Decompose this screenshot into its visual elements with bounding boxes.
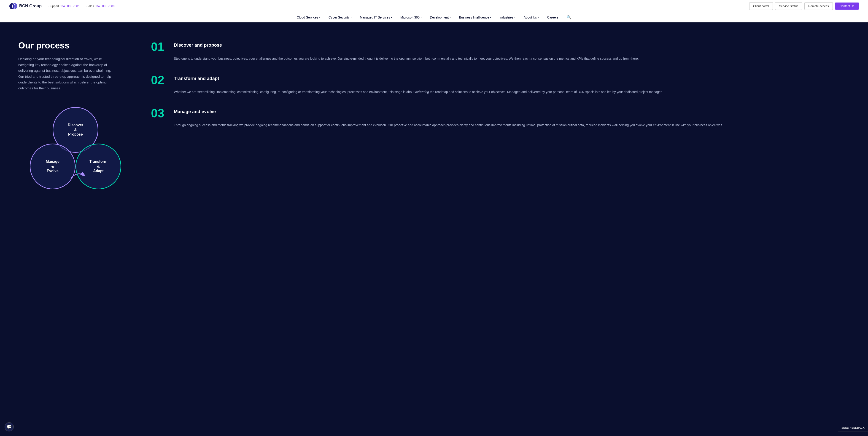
service-status-button[interactable]: Service Status [775, 2, 802, 10]
chevron-down-icon: ▾ [421, 16, 422, 19]
step-01-header: 01 Discover and propose [151, 41, 850, 53]
step-03-title: Manage and evolve [174, 107, 216, 114]
sales-info: Sales 0345 095 7000 [87, 4, 115, 8]
step-01-title: Discover and propose [174, 41, 222, 48]
nav-bar: Cloud Services ▾ Cyber Security ▾ Manage… [0, 12, 868, 23]
step-02-title: Transform and adapt [174, 74, 219, 81]
nav-label: Cyber Security [329, 15, 349, 19]
remote-access-button[interactable]: Remote access [804, 2, 833, 10]
logo-text: BCN Group [19, 4, 42, 8]
nav-label: About Us [524, 15, 537, 19]
logo-icon [9, 3, 18, 9]
nav-item-business-intelligence[interactable]: Business Intelligence ▾ [459, 15, 491, 19]
contact-us-button[interactable]: Contact Us [835, 2, 859, 10]
chevron-down-icon: ▾ [538, 16, 539, 19]
process-step-02: 02 Transform and adapt Whether we are st… [151, 74, 850, 95]
main-content: Our process Deciding on your technologic… [0, 23, 868, 214]
step-02-desc: Whether we are streamlining, implementin… [151, 89, 850, 95]
sales-phone[interactable]: 0345 095 7000 [95, 4, 115, 8]
chevron-down-icon: ▾ [350, 16, 352, 19]
nav-label: Industries [499, 15, 514, 19]
top-bar: BCN Group Support 0345 095 7001 Sales 03… [0, 0, 868, 12]
nav-item-cloud-services[interactable]: Cloud Services ▾ [297, 15, 320, 19]
chevron-down-icon: ▾ [391, 16, 392, 19]
nav-label: Microsoft 365 [400, 15, 420, 19]
step-01-desc: Step one is to understand your business,… [151, 56, 850, 62]
top-bar-left: BCN Group Support 0345 095 7001 Sales 03… [9, 3, 115, 9]
step-03-desc: Through ongoing success and metric track… [151, 122, 850, 128]
search-button[interactable]: 🔍 [567, 15, 571, 20]
search-icon: 🔍 [567, 15, 571, 20]
nav-item-about-us[interactable]: About Us ▾ [524, 15, 539, 19]
step-03-header: 03 Manage and evolve [151, 107, 850, 119]
client-portal-button[interactable]: Client portal [749, 2, 773, 10]
process-title: Our process [18, 41, 133, 51]
nav-label: Managed IT Services [360, 15, 390, 19]
chevron-down-icon: ▾ [514, 16, 516, 19]
top-bar-right: Client portal Service Status Remote acce… [749, 2, 859, 10]
nav-item-careers[interactable]: Careers [547, 15, 558, 19]
support-info: Support 0345 095 7001 [49, 4, 80, 8]
venn-diagram: Discover&Propose Manage&Evolve Transform… [27, 105, 124, 192]
chevron-down-icon: ▾ [319, 16, 320, 19]
step-02-header: 02 Transform and adapt [151, 74, 850, 86]
nav-label: Cloud Services [297, 15, 318, 19]
nav-label: Business Intelligence [459, 15, 489, 19]
left-panel: Our process Deciding on your technologic… [18, 41, 133, 192]
support-phone[interactable]: 0345 095 7001 [60, 4, 80, 8]
step-01-number: 01 [151, 41, 167, 53]
nav-item-development[interactable]: Development ▾ [430, 15, 451, 19]
chevron-down-icon: ▾ [450, 16, 451, 19]
venn-arrow-icon [69, 166, 87, 180]
right-panel: 01 Discover and propose Step one is to u… [151, 41, 850, 192]
process-step-03: 03 Manage and evolve Through ongoing suc… [151, 107, 850, 128]
step-03-number: 03 [151, 107, 167, 119]
process-description: Deciding on your technological direction… [18, 56, 114, 91]
nav-label: Careers [547, 15, 558, 19]
logo[interactable]: BCN Group [9, 3, 42, 9]
nav-item-managed-it[interactable]: Managed IT Services ▾ [360, 15, 392, 19]
chevron-down-icon: ▾ [490, 16, 491, 19]
process-step-01: 01 Discover and propose Step one is to u… [151, 41, 850, 62]
nav-item-microsoft365[interactable]: Microsoft 365 ▾ [400, 15, 422, 19]
step-02-number: 02 [151, 74, 167, 86]
nav-label: Development [430, 15, 449, 19]
nav-item-industries[interactable]: Industries ▾ [499, 15, 516, 19]
nav-item-cyber-security[interactable]: Cyber Security ▾ [329, 15, 352, 19]
